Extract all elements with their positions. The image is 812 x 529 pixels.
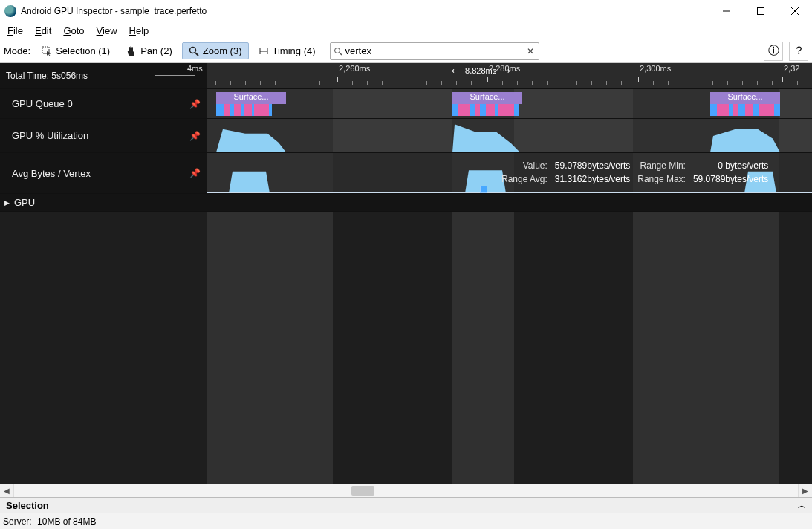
mode-selection-button[interactable]: Selection (1)	[35, 42, 117, 59]
scroll-left-button[interactable]: ◀	[0, 484, 13, 497]
trace-event-block[interactable]: Surface...	[710, 92, 780, 116]
help-icon: ？	[793, 44, 805, 58]
track-group-gpu[interactable]: ▶GPU	[0, 194, 812, 212]
trace-event-block[interactable]: Surface...	[452, 92, 522, 116]
timing-icon	[259, 46, 269, 56]
statusbar: Server: 10MB of 84MB	[0, 513, 812, 529]
svg-rect-1	[758, 8, 764, 15]
search-field[interactable]: ✕	[330, 42, 539, 60]
search-input[interactable]	[345, 45, 527, 56]
menubar: File Edit Goto View Help	[0, 22, 812, 39]
value-tooltip: Value:59.0789bytes/vertsRange Min:0 byte…	[497, 159, 793, 187]
menu-help[interactable]: Help	[124, 24, 155, 38]
timeline-ruler[interactable]: 4ms2,260ms2,280ms2,300ms2,32⟵ 8.828ms ⟶	[207, 63, 812, 88]
menu-edit[interactable]: Edit	[30, 24, 56, 38]
track-gpu-queue-label: GPU Queue 0 📌	[0, 89, 207, 118]
timeline-ruler-row: Total Time: 5s056ms 4ms2,260ms2,280ms2,3…	[0, 63, 812, 89]
horizontal-scrollbar[interactable]: ◀ ▶	[0, 484, 812, 497]
toolbar: Mode: Selection (1) Pan (2) Zoom (3) Tim…	[0, 39, 812, 63]
track-gpu-utilization: GPU % Utilization 📌	[0, 119, 812, 153]
trace-background[interactable]	[0, 212, 812, 484]
chevron-up-icon: ︿	[798, 500, 806, 511]
pin-icon[interactable]: 📌	[189, 99, 201, 109]
trace-view[interactable]: Total Time: 5s056ms 4ms2,260ms2,280ms2,3…	[0, 63, 812, 484]
svg-line-6	[195, 53, 198, 56]
track-gpu-utilization-content[interactable]	[207, 119, 812, 152]
selection-panel-header[interactable]: Selection ︿	[0, 497, 812, 513]
track-avg-bytes-content[interactable]: Value:59.0789bytes/vertsRange Min:0 byte…	[207, 153, 812, 193]
info-button[interactable]: ⓘ	[764, 42, 783, 61]
svg-line-11	[340, 53, 342, 55]
window-maximize-button[interactable]	[744, 0, 778, 22]
track-avg-bytes: Avg Bytes / Vertex 📌 Value:59.0789bytes/…	[0, 153, 812, 194]
window-title: Android GPU Inspector - sample_trace.per…	[21, 6, 207, 16]
scroll-thumb[interactable]	[351, 486, 375, 496]
trace-event-block[interactable]: Surface...	[216, 92, 286, 116]
zoom-icon	[189, 46, 199, 56]
window-close-button[interactable]	[778, 0, 812, 22]
window-minimize-button[interactable]	[709, 0, 744, 22]
svg-point-10	[334, 48, 340, 53]
scroll-right-button[interactable]: ▶	[799, 484, 812, 497]
pin-icon[interactable]: 📌	[189, 168, 201, 178]
menu-view[interactable]: View	[91, 24, 123, 38]
pan-icon	[126, 46, 137, 56]
menu-file[interactable]: File	[2, 24, 28, 38]
search-icon	[334, 47, 342, 56]
memory-usage: 10MB of 84MB	[35, 516, 99, 527]
scroll-track[interactable]	[13, 484, 799, 497]
window-titlebar: Android GPU Inspector - sample_trace.per…	[0, 0, 812, 22]
mode-pan-button[interactable]: Pan (2)	[120, 42, 179, 59]
mode-label: Mode:	[4, 45, 30, 56]
track-gpu-queue-content[interactable]: Surface...Surface...Surface...	[207, 89, 812, 118]
server-label: Server:	[3, 516, 32, 527]
menu-goto[interactable]: Goto	[58, 24, 89, 38]
selection-icon	[42, 46, 52, 56]
track-gpu-utilization-label: GPU % Utilization 📌	[0, 119, 207, 152]
pin-icon[interactable]: 📌	[189, 131, 201, 141]
track-gpu-queue: GPU Queue 0 📌 Surface...Surface...Surfac…	[0, 89, 812, 119]
search-clear-icon[interactable]: ✕	[527, 46, 536, 56]
track-avg-bytes-label: Avg Bytes / Vertex 📌	[0, 153, 207, 193]
expand-caret-icon: ▶	[4, 199, 10, 207]
mode-timing-button[interactable]: Timing (4)	[252, 42, 322, 59]
info-icon: ⓘ	[768, 44, 779, 58]
help-button[interactable]: ？	[789, 42, 808, 61]
svg-point-5	[189, 47, 195, 53]
mode-zoom-button[interactable]: Zoom (3)	[182, 42, 249, 59]
app-icon	[4, 5, 16, 17]
